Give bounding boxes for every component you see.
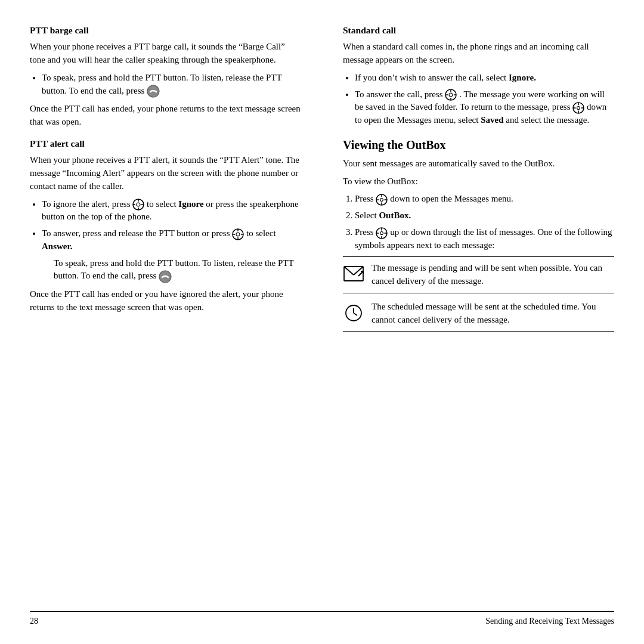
symbol-row-2: The scheduled message will be sent at th… — [343, 296, 614, 332]
outbox-step2: Select OutBox. — [355, 209, 614, 222]
outbox-nav-icon2 — [376, 227, 390, 237]
ignore-nav-icon — [132, 199, 147, 209]
ptt-barge-body1: When your phone receives a PTT barge cal… — [30, 41, 301, 67]
ptt-alert-indent: To speak, press and hold the PTT button.… — [54, 257, 301, 283]
outbox-title: Viewing the OutBox — [343, 137, 614, 154]
right-column: Standard call When a standard call comes… — [337, 24, 614, 605]
left-column: PTT barge call When your phone receives … — [30, 24, 313, 605]
standard-call-body1: When a standard call comes in, the phone… — [343, 41, 614, 67]
section-title: Sending and Receiving Text Messages — [485, 617, 614, 626]
outbox-steps: Press down to ope — [355, 193, 614, 252]
page: PTT barge call When your phone receives … — [0, 0, 644, 644]
ptt-alert-bullet1: To ignore the alert, press — [42, 198, 301, 224]
page-number: 28 — [30, 617, 38, 626]
standard-call-section: Standard call When a standard call comes… — [343, 24, 614, 127]
ptt-barge-section: PTT barge call When your phone receives … — [30, 24, 301, 129]
ptt-barge-bullet1: To speak, press and hold the PTT button.… — [42, 72, 301, 98]
outbox-step3: Press up or down — [355, 226, 614, 252]
ptt-alert-title: PTT alert call — [30, 137, 301, 150]
outbox-step1: Press down to ope — [355, 193, 614, 206]
ptt-barge-title: PTT barge call — [30, 24, 301, 37]
pending-message-icon — [343, 263, 364, 284]
ignore-nav-icon2 — [232, 228, 246, 238]
svg-point-15 — [449, 93, 453, 97]
svg-point-27 — [380, 199, 383, 202]
ptt-alert-body2: Once the PTT call has ended or you have … — [30, 288, 301, 314]
scheduled-message-icon — [343, 302, 364, 323]
svg-point-33 — [380, 231, 383, 234]
symbol-row-1: The message is pending and will be sent … — [343, 256, 614, 293]
standard-call-title: Standard call — [343, 24, 614, 37]
end-call-icon — [147, 86, 160, 95]
ptt-alert-body1: When your phone receives a PTT alert, it… — [30, 154, 301, 193]
svg-point-8 — [236, 233, 240, 236]
svg-line-39 — [344, 267, 354, 275]
outbox-section: Viewing the OutBox Your sent messages ar… — [343, 137, 614, 332]
svg-line-41 — [358, 271, 363, 276]
ptt-alert-section: PTT alert call When your phone receives … — [30, 137, 301, 314]
ptt-alert-list: To ignore the alert, press — [42, 198, 301, 283]
answer-call-icon — [445, 89, 459, 99]
ptt-barge-body2: Once the PTT call has ended, your phone … — [30, 103, 301, 129]
symbol2-text: The scheduled message will be sent at th… — [371, 301, 614, 327]
standard-call-bullet1: If you don’t wish to answer the call, se… — [355, 72, 614, 85]
ptt-alert-bullet2: To answer, press and release the PTT but… — [42, 227, 301, 283]
standard-call-bullet2: To answer the call, press — [355, 88, 614, 127]
outbox-body1: Your sent messages are automatically sav… — [343, 157, 614, 171]
end-call-icon2 — [159, 271, 172, 280]
outbox-body2: To view the OutBox: — [343, 175, 614, 188]
standard-call-list: If you don’t wish to answer the call, se… — [355, 72, 614, 127]
outbox-nav-icon1 — [376, 194, 390, 203]
svg-point-21 — [577, 107, 580, 110]
svg-point-2 — [137, 203, 140, 206]
svg-line-44 — [354, 313, 357, 315]
ptt-barge-list: To speak, press and hold the PTT button.… — [42, 72, 301, 98]
symbol1-text: The message is pending and will be sent … — [371, 262, 614, 288]
content-area: PTT barge call When your phone receives … — [30, 24, 614, 605]
footer: 28 Sending and Receiving Text Messages — [30, 611, 614, 626]
messages-nav-icon — [572, 102, 587, 112]
